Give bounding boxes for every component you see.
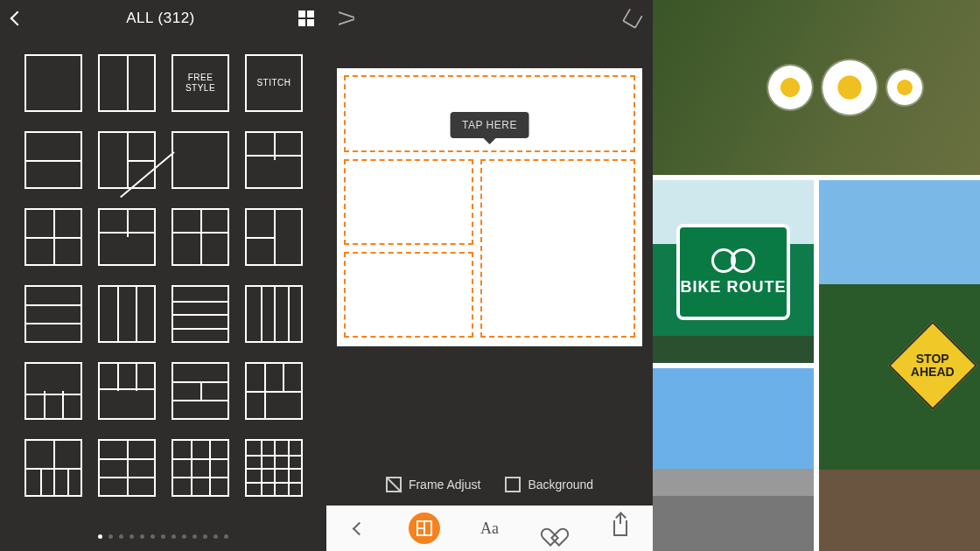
collage-canvas[interactable]: TAP HERE — [337, 68, 642, 346]
tap-here-tooltip: TAP HERE — [450, 112, 529, 138]
template-grid: FREE STYLESTITCH — [0, 37, 326, 506]
collage-grid: BIKE ROUTE STOP AHEAD — [653, 0, 980, 551]
template-17[interactable] — [98, 362, 156, 420]
template-0[interactable] — [24, 54, 82, 112]
page-dot-8[interactable] — [182, 534, 186, 539]
template-18[interactable] — [172, 362, 229, 420]
page-dot-12[interactable] — [224, 534, 228, 539]
page-dot-1[interactable] — [108, 534, 113, 539]
editor-bottombar: Aa — [326, 506, 653, 551]
shuffle-icon[interactable] — [339, 12, 354, 24]
bike-route-text: BIKE ROUTE — [680, 278, 786, 296]
stop-ahead-text: STOP AHEAD — [903, 352, 962, 380]
frame-adjust-button[interactable]: Frame Adjust — [386, 477, 480, 492]
template-1[interactable] — [98, 54, 156, 112]
background-icon — [505, 477, 521, 492]
collage-photo-bike-sign: BIKE ROUTE — [653, 180, 814, 363]
page-dots — [0, 534, 326, 539]
chevron-left-icon — [353, 521, 367, 535]
layout-icon — [409, 513, 440, 544]
collage-photo-bridge — [653, 368, 814, 551]
layouts-title: ALL (312) — [126, 10, 195, 27]
photo-slot-2[interactable] — [344, 159, 473, 245]
grid-view-icon[interactable] — [298, 10, 314, 26]
page-dot-6[interactable] — [161, 534, 165, 539]
template-4[interactable] — [24, 131, 82, 189]
template-19[interactable] — [245, 362, 303, 420]
result-collage: BIKE ROUTE STOP AHEAD — [653, 0, 980, 551]
page-dot-10[interactable] — [203, 534, 207, 539]
page-dot-11[interactable] — [214, 534, 218, 539]
page-dot-9[interactable] — [192, 534, 197, 539]
share-icon — [613, 520, 627, 536]
share-button[interactable] — [605, 513, 636, 544]
text-tab-button[interactable]: Aa — [473, 513, 505, 544]
template-23[interactable] — [245, 439, 303, 497]
layouts-panel: ALL (312) FREE STYLESTITCH — [0, 0, 326, 551]
page-dot-2[interactable] — [119, 534, 123, 539]
template-14[interactable] — [172, 285, 229, 343]
background-button[interactable]: Background — [505, 477, 593, 492]
template-9[interactable] — [98, 208, 156, 266]
template-11[interactable] — [245, 208, 303, 266]
nav-back-button[interactable] — [343, 513, 374, 544]
bicycle-icon — [711, 247, 755, 273]
page-dot-0[interactable] — [98, 534, 102, 539]
back-icon[interactable] — [10, 11, 25, 26]
template-22[interactable] — [172, 439, 229, 497]
stop-ahead-sign: STOP AHEAD — [888, 321, 977, 410]
template-6[interactable] — [172, 131, 229, 189]
recycle-icon[interactable] — [622, 8, 644, 30]
template-10[interactable] — [172, 208, 229, 266]
template-5[interactable] — [98, 131, 156, 189]
template-2[interactable]: FREE STYLE — [172, 54, 229, 112]
template-16[interactable] — [24, 362, 82, 420]
template-20[interactable] — [24, 439, 82, 497]
page-dot-4[interactable] — [140, 534, 144, 539]
template-13[interactable] — [98, 285, 156, 343]
template-12[interactable] — [24, 285, 82, 343]
page-dot-7[interactable] — [172, 534, 176, 539]
template-3[interactable]: STITCH — [245, 54, 303, 112]
template-21[interactable] — [98, 439, 156, 497]
heart-icon — [546, 520, 564, 536]
layouts-topbar: ALL (312) — [0, 0, 326, 37]
photo-slot-4[interactable] — [480, 159, 635, 338]
frame-adjust-label: Frame Adjust — [409, 478, 480, 492]
editor-panel: TAP HERE Frame Adjust Background Aa — [326, 0, 653, 551]
template-15[interactable] — [245, 285, 303, 343]
editor-midbar: Frame Adjust Background — [326, 464, 653, 506]
template-8[interactable] — [24, 208, 82, 266]
bike-route-sign: BIKE ROUTE — [676, 224, 790, 320]
photo-slot-3[interactable] — [344, 252, 473, 338]
page-dot-3[interactable] — [130, 534, 134, 539]
collage-photo-daisies — [653, 0, 980, 175]
collage-photo-stop-sign: STOP AHEAD — [819, 180, 980, 551]
background-label: Background — [528, 478, 593, 492]
template-7[interactable] — [245, 131, 303, 189]
page-dot-5[interactable] — [150, 534, 155, 539]
editor-topbar — [326, 0, 653, 37]
favorite-button[interactable] — [539, 513, 570, 544]
frame-adjust-icon — [386, 477, 402, 492]
layout-tab-button[interactable] — [409, 513, 440, 544]
